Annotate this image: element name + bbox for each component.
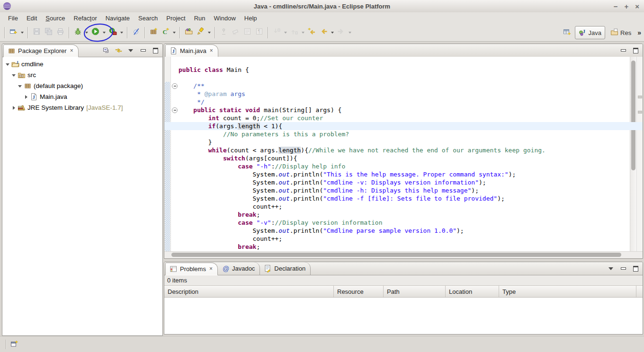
column-header-description[interactable]: Description <box>164 286 334 297</box>
menu-project[interactable]: Project <box>162 13 189 23</box>
minimize-view-icon[interactable] <box>139 46 147 55</box>
code-line[interactable]: int count = 0;//Set our counter <box>179 114 630 122</box>
open-type-button[interactable] <box>183 26 195 38</box>
fold-collapse-icon[interactable] <box>172 107 178 113</box>
editor-vertical-ruler[interactable] <box>164 57 171 252</box>
column-header-path[interactable]: Path <box>384 286 446 297</box>
code-line[interactable]: public static void main(String[] args) { <box>179 106 630 114</box>
menu-help[interactable]: Help <box>240 13 261 23</box>
expand-arrow-icon[interactable] <box>11 106 16 110</box>
search-dropdown[interactable] <box>206 26 212 38</box>
code-line[interactable]: } <box>179 138 630 146</box>
tree-item-cmdline[interactable]: Jcmdline <box>2 59 162 70</box>
close-icon[interactable]: × <box>210 47 213 54</box>
maximize-view-icon[interactable] <box>631 264 640 273</box>
code-line[interactable]: //No parameters is this a problem? <box>179 130 630 138</box>
skip-all-breakpoints-button[interactable] <box>130 26 142 38</box>
editor-vertical-scrollbar[interactable] <box>630 57 637 252</box>
code-line[interactable]: System.out.println("Cmdline parse sample… <box>179 227 630 235</box>
occurrence-mark[interactable] <box>638 96 642 98</box>
code-line[interactable]: System.out.println("cmdline -f [file]: S… <box>179 194 630 202</box>
code-line[interactable]: */ <box>179 98 630 106</box>
code-line[interactable]: while(count < args.length){//While we ha… <box>179 146 630 154</box>
collapse-arrow-icon[interactable] <box>18 84 22 88</box>
menu-run[interactable]: Run <box>190 13 210 23</box>
back-to-last-edit-button[interactable] <box>306 26 318 38</box>
run-external-tools-dropdown[interactable] <box>119 26 125 38</box>
new-java-class-button[interactable]: C <box>160 26 171 38</box>
window-maximize-button[interactable]: + <box>624 3 628 10</box>
new-wizard-button[interactable] <box>8 26 19 38</box>
search-button[interactable] <box>195 26 206 38</box>
run-external-tools-button[interactable] <box>107 26 119 38</box>
tree-item-jre-system-library[interactable]: JRE System Library[JavaSE-1.7] <box>2 102 162 113</box>
menu-edit[interactable]: Edit <box>22 13 41 23</box>
new-wizard-dropdown[interactable] <box>19 26 25 38</box>
tab-declaration[interactable]: Declaration <box>260 262 311 275</box>
code-editor[interactable]: public class Main { /** * @param args */… <box>179 57 630 252</box>
code-line[interactable]: System.out.println("cmdline -h: Displays… <box>179 186 630 194</box>
back-button[interactable] <box>318 26 330 38</box>
tree-item--default-package-[interactable]: (default package) <box>2 80 162 91</box>
code-line[interactable]: System.out.println("cmdline -v: Displays… <box>179 178 630 186</box>
code-line[interactable]: count++; <box>179 202 630 211</box>
column-header-resource[interactable]: Resource <box>334 286 384 297</box>
tree-item-main-java[interactable]: JMain.java <box>2 91 162 102</box>
maximize-view-icon[interactable] <box>151 46 160 55</box>
problems-table-body[interactable] <box>164 298 643 334</box>
code-line[interactable]: count++; <box>179 235 630 243</box>
minimize-view-icon[interactable] <box>619 46 627 55</box>
code-line[interactable]: System.out.println("This is the help mes… <box>179 170 630 178</box>
package-explorer-tab[interactable]: Package Explorer × <box>3 44 79 57</box>
code-line-current[interactable]: if(args.length < 1){ <box>179 122 630 130</box>
code-line[interactable]: * @param args <box>179 90 630 98</box>
tab-problems[interactable]: Problems× <box>165 263 218 275</box>
back-dropdown[interactable] <box>330 26 335 38</box>
debug-button[interactable] <box>72 26 84 38</box>
collapse-arrow-icon[interactable] <box>11 73 16 78</box>
fold-collapse-icon[interactable] <box>172 83 178 89</box>
code-line[interactable]: case "-v"://Display version information <box>179 219 630 227</box>
code-line[interactable]: switch(args[count]){ <box>179 154 630 162</box>
new-java-class-dropdown[interactable] <box>171 26 177 38</box>
overview-ruler[interactable] <box>636 57 643 252</box>
occurrence-mark[interactable] <box>638 111 642 114</box>
scrollbar-thumb[interactable] <box>171 253 621 257</box>
menu-window[interactable]: Window <box>210 13 240 23</box>
column-header-location[interactable]: Location <box>446 286 499 297</box>
menu-source[interactable]: Source <box>41 13 69 23</box>
menu-navigate[interactable]: Navigate <box>101 13 134 23</box>
menu-file[interactable]: File <box>4 13 22 23</box>
code-line[interactable]: /** <box>179 82 630 90</box>
run-button[interactable] <box>89 26 101 38</box>
fast-view-icon[interactable] <box>10 340 19 349</box>
tree-item-src[interactable]: src <box>2 70 162 80</box>
menu-refactor[interactable]: Refactor <box>70 13 101 23</box>
debug-dropdown[interactable] <box>84 26 89 38</box>
code-line[interactable]: break; <box>179 211 630 219</box>
tab-javadoc[interactable]: @ Javadoc <box>218 262 260 275</box>
code-line[interactable]: break; <box>179 243 630 251</box>
collapse-arrow-icon[interactable] <box>5 62 10 67</box>
new-java-package-button[interactable] <box>148 26 160 38</box>
maximize-view-icon[interactable] <box>631 46 640 55</box>
link-with-editor-icon[interactable] <box>114 46 123 55</box>
minimize-view-icon[interactable] <box>619 264 627 273</box>
toolbar-overflow-chevron[interactable]: » <box>637 29 641 36</box>
res-perspective-button[interactable]: Res <box>607 26 635 39</box>
view-menu-icon[interactable] <box>607 264 615 273</box>
open-perspective-button[interactable] <box>561 27 573 39</box>
collapse-all-icon[interactable] <box>102 46 110 55</box>
code-line[interactable]: case "-h"://Display help info <box>179 162 630 170</box>
editor-tab-main-java[interactable]: J Main.java × <box>165 44 218 57</box>
close-icon[interactable]: × <box>209 265 213 272</box>
code-line[interactable]: public class Main { <box>179 66 630 74</box>
editor-horizontal-scrollbar[interactable] <box>164 251 643 258</box>
close-icon[interactable]: × <box>70 47 73 54</box>
java-perspective-button[interactable]: JJava <box>575 26 605 39</box>
window-minimize-button[interactable]: − <box>614 3 618 10</box>
menu-search[interactable]: Search <box>134 13 162 23</box>
column-header-type[interactable]: Type <box>499 286 636 297</box>
scrollbar-thumb[interactable] <box>631 61 635 170</box>
expand-arrow-icon[interactable] <box>24 95 28 99</box>
